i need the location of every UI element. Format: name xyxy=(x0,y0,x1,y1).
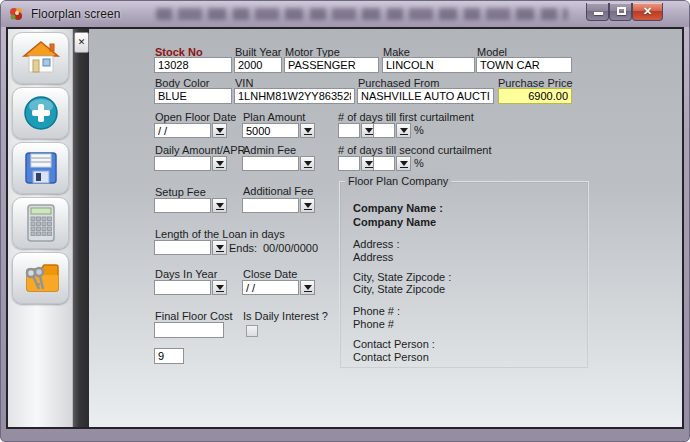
calculator-button[interactable] xyxy=(12,197,69,249)
additional-fee-combo xyxy=(242,198,315,213)
loan-length-input[interactable] xyxy=(154,240,211,255)
first-curtailment-days-combo xyxy=(338,123,376,138)
loan-length-combo xyxy=(154,240,227,255)
loan-length-label: Length of the Loan in days xyxy=(155,228,285,240)
close-icon: ✕ xyxy=(633,5,662,18)
app-icon xyxy=(9,6,25,22)
second-curtailment-days-combo xyxy=(338,156,376,171)
second-curtailment-percent-dropdown-icon[interactable] xyxy=(396,156,411,171)
setup-fee-dropdown-icon[interactable] xyxy=(212,198,227,213)
company-city-value: City, State Zipcode xyxy=(353,283,445,295)
window-title: Floorplan screen xyxy=(31,7,120,21)
company-name-label: Company Name : xyxy=(353,202,443,214)
collapse-sidebar-button[interactable]: ✕ xyxy=(74,32,89,53)
second-curtailment-percent-combo xyxy=(373,156,411,171)
body-color-input[interactable] xyxy=(154,88,232,104)
window-controls: ✕ xyxy=(586,3,663,21)
days-in-year-combo xyxy=(154,280,227,295)
close-date-label: Close Date xyxy=(243,268,297,280)
built-year-input[interactable] xyxy=(234,57,282,73)
first-curtailment-percent-combo xyxy=(373,123,411,138)
app-window: Floorplan screen ✕ xyxy=(0,0,690,442)
admin-fee-dropdown-icon[interactable] xyxy=(300,156,315,171)
second-curtailment-percent-input[interactable] xyxy=(373,156,395,171)
minimize-button[interactable] xyxy=(586,3,609,21)
floorplan-form: Stock No Built Year Motor Type Make Mode… xyxy=(89,29,682,427)
purchased-from-input[interactable] xyxy=(357,88,494,104)
add-button[interactable] xyxy=(12,87,69,139)
close-date-combo xyxy=(242,280,315,295)
client-area: ✕ Stock No Built Year Motor Type Make Mo… xyxy=(6,27,684,429)
open-floor-date-label: Open Floor Date xyxy=(155,111,236,123)
additional-fee-label: Additional Fee xyxy=(243,185,313,197)
is-daily-interest-checkbox[interactable] xyxy=(246,325,258,337)
admin-fee-combo xyxy=(242,156,315,171)
days-in-year-dropdown-icon[interactable] xyxy=(212,280,227,295)
company-phone-value: Phone # xyxy=(353,318,394,330)
second-curtailment-percent-sign: % xyxy=(414,157,424,169)
setup-fee-label: Setup Fee xyxy=(155,186,206,198)
daily-amount-apr-combo xyxy=(154,156,227,171)
close-date-dropdown-icon[interactable] xyxy=(300,280,315,295)
sidebar xyxy=(8,29,73,427)
first-curtailment-percent-sign: % xyxy=(414,124,424,136)
ends-label: Ends: xyxy=(229,242,257,254)
additional-fee-dropdown-icon[interactable] xyxy=(300,198,315,213)
open-floor-date-dropdown-icon[interactable] xyxy=(212,123,227,138)
final-floor-cost-input[interactable] xyxy=(154,322,224,338)
minimize-icon xyxy=(594,12,603,15)
additional-fee-input[interactable] xyxy=(242,198,299,213)
company-city-label: City, State Zipcode : xyxy=(353,271,451,283)
calculator-icon xyxy=(23,203,59,243)
misc-number-input[interactable] xyxy=(154,348,184,364)
daily-amount-apr-input[interactable] xyxy=(154,156,211,171)
loan-length-dropdown-icon[interactable] xyxy=(212,240,227,255)
final-floor-cost-label: Final Floor Cost xyxy=(155,310,233,322)
sidebar-divider xyxy=(73,29,89,427)
save-button[interactable] xyxy=(12,142,69,194)
setup-fee-combo xyxy=(154,198,227,213)
company-contact-label: Contact Person : xyxy=(353,338,435,350)
is-daily-interest-label: Is Daily Interest ? xyxy=(243,310,328,322)
purchase-price-input[interactable] xyxy=(498,88,572,104)
plan-amount-dropdown-icon[interactable] xyxy=(300,123,315,138)
motor-type-input[interactable] xyxy=(284,57,379,73)
company-address-value: Address xyxy=(353,251,393,263)
company-phone-label: Phone # : xyxy=(353,305,400,317)
maximize-button[interactable] xyxy=(609,3,632,21)
first-curtailment-percent-dropdown-icon[interactable] xyxy=(396,123,411,138)
second-curtailment-label: # of days till second curtailment xyxy=(338,144,491,156)
days-in-year-input[interactable] xyxy=(154,280,211,295)
model-input[interactable] xyxy=(476,57,572,73)
daily-amount-apr-label: Daily Amount/APR xyxy=(155,144,245,156)
stock-no-input[interactable] xyxy=(154,57,232,73)
company-contact-value: Contact Person xyxy=(353,351,429,363)
make-input[interactable] xyxy=(382,57,475,73)
plan-amount-input[interactable] xyxy=(242,123,299,138)
plan-amount-combo xyxy=(242,123,315,138)
close-date-input[interactable] xyxy=(242,280,299,295)
company-address-label: Address : xyxy=(353,238,399,250)
keys-folder-icon xyxy=(21,259,61,297)
second-curtailment-days-input[interactable] xyxy=(338,156,360,171)
home-icon xyxy=(21,38,61,78)
first-curtailment-days-input[interactable] xyxy=(338,123,360,138)
first-curtailment-percent-input[interactable] xyxy=(373,123,395,138)
floor-plan-company-groupbox: Company Name : Company Name Address : Ad… xyxy=(339,181,589,369)
home-button[interactable] xyxy=(12,32,69,84)
setup-fee-input[interactable] xyxy=(154,198,211,213)
open-floor-date-combo xyxy=(154,123,227,138)
admin-fee-label: Admin Fee xyxy=(243,144,296,156)
maximize-icon xyxy=(617,7,626,15)
title-bar[interactable]: Floorplan screen ✕ xyxy=(1,1,689,27)
open-floor-date-input[interactable] xyxy=(154,123,211,138)
daily-amount-apr-dropdown-icon[interactable] xyxy=(212,156,227,171)
plan-amount-label: Plan Amount xyxy=(243,111,305,123)
ends-value: 00/00/0000 xyxy=(263,242,318,254)
admin-fee-input[interactable] xyxy=(242,156,299,171)
vin-input[interactable] xyxy=(234,88,355,104)
close-button[interactable]: ✕ xyxy=(632,3,663,21)
company-name-value: Company Name xyxy=(353,216,436,228)
redacted-note xyxy=(156,8,568,20)
keys-button[interactable] xyxy=(12,252,69,304)
